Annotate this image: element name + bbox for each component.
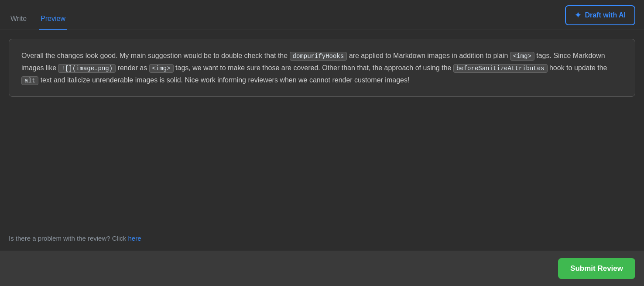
page-container: Write Preview ✦ Draft with AI Overall th… (0, 0, 644, 286)
bottom-bar: Submit Review (0, 251, 644, 286)
draft-ai-button-label: Draft with AI (585, 11, 626, 19)
code-before-sanitize: beforeSanitizeAttributes (453, 64, 548, 73)
code-image-png: ![](image.png) (58, 64, 116, 73)
code-alt: alt (21, 76, 38, 85)
tab-preview[interactable]: Preview (39, 10, 67, 30)
top-bar: Write Preview ✦ Draft with AI (0, 0, 644, 30)
draft-with-ai-button[interactable]: ✦ Draft with AI (565, 5, 635, 25)
tab-write[interactable]: Write (9, 10, 28, 30)
main-content: Overall the changes look good. My main s… (0, 30, 644, 226)
submit-review-button[interactable]: Submit Review (558, 258, 635, 279)
problem-text: Is there a problem with the review? Clic… (9, 235, 128, 242)
code-img-tag-1: <img> (510, 52, 534, 61)
review-box: Overall the changes look good. My main s… (9, 39, 635, 97)
code-dompurify-hooks: dompurifyHooks (290, 52, 347, 61)
problem-link[interactable]: here (128, 235, 141, 242)
ai-sparkle-icon: ✦ (575, 10, 581, 20)
review-text: Overall the changes look good. My main s… (21, 52, 607, 84)
code-img-tag-2: <img> (149, 64, 174, 73)
tabs: Write Preview (9, 10, 67, 30)
problem-section: Is there a problem with the review? Clic… (0, 226, 644, 251)
